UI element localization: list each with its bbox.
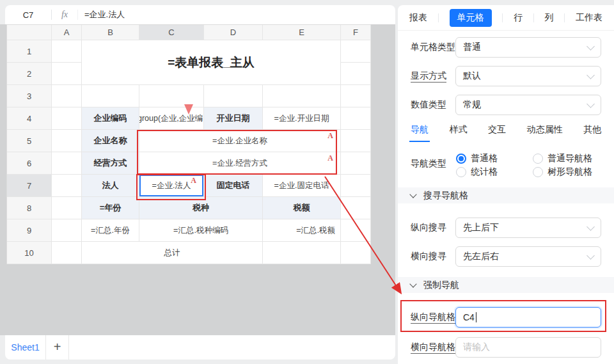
grid-cell-empty[interactable] xyxy=(139,85,204,107)
grid-cell-empty[interactable] xyxy=(341,40,371,63)
grid-cell-C7[interactable]: =企业.法人A xyxy=(139,175,204,197)
grid-cell-empty[interactable] xyxy=(263,242,341,264)
grid-cell-empty[interactable] xyxy=(52,107,82,130)
row-header-4[interactable]: 4 xyxy=(7,107,52,130)
field-vertical-nav-cell: 纵向导航格 C4 xyxy=(411,307,601,328)
row-header-3[interactable]: 3 xyxy=(7,85,52,107)
grid-cell-empty[interactable] xyxy=(341,85,371,107)
grid-cell-B6[interactable]: 经营方式 xyxy=(82,152,139,175)
section-force-nav[interactable]: 强制导航 xyxy=(398,277,614,293)
grid-cell-empty[interactable] xyxy=(204,85,263,107)
row-header-7[interactable]: 7 xyxy=(7,175,52,197)
row-header-2[interactable]: 2 xyxy=(7,63,52,85)
col-header-D[interactable]: D xyxy=(204,25,263,40)
cell-text: 经营方式 xyxy=(94,157,127,169)
grid-cell-empty[interactable] xyxy=(263,85,341,107)
field-number-type: 数值类型 常规 xyxy=(411,95,601,115)
subtab-dynamic-props[interactable]: 动态属性 xyxy=(527,124,563,136)
grid-cell-E8[interactable]: 税额 xyxy=(263,197,341,219)
grid-cell-empty[interactable] xyxy=(52,197,82,219)
cell-reference-box[interactable]: C7 xyxy=(5,10,51,20)
grid-cell-empty[interactable] xyxy=(341,107,371,130)
grid-cell-C8[interactable]: 税种 xyxy=(139,197,263,219)
formula-bar: C7 fx =企业.法人 xyxy=(5,5,395,24)
tab-column[interactable]: 列 xyxy=(545,12,554,24)
grid-corner[interactable] xyxy=(7,25,52,40)
cell-type-select[interactable]: 普通 xyxy=(455,37,601,58)
tab-cell[interactable]: 单元格 xyxy=(450,9,492,27)
row-header-9[interactable]: 9 xyxy=(7,219,52,242)
field-horizontal-search: 横向搜寻 先左后右 xyxy=(411,246,601,267)
col-header-A[interactable]: A xyxy=(52,25,82,40)
grid-cell-B5[interactable]: 企业名称 xyxy=(82,130,139,152)
grid-cell-empty[interactable] xyxy=(52,85,82,107)
chevron-down-icon xyxy=(586,223,595,231)
grid-cell-empty[interactable] xyxy=(341,152,371,175)
grid-cell-D4[interactable]: 开业日期 xyxy=(204,107,263,130)
grid-cell-empty[interactable] xyxy=(341,219,371,242)
grid-cell-D7[interactable]: 固定电话 xyxy=(204,175,263,197)
grid-cell-E4[interactable]: =企业.开业日期 xyxy=(263,107,341,130)
tab-report[interactable]: 报表 xyxy=(409,12,427,24)
row-header-5[interactable]: 5 xyxy=(7,130,52,152)
subtab-interaction[interactable]: 交互 xyxy=(488,124,506,136)
radio-normal-cell[interactable]: 普通格 xyxy=(456,153,533,164)
radio-tree-nav-cell[interactable]: 树形导航格 xyxy=(533,166,592,178)
grid-cell-empty[interactable] xyxy=(52,175,82,197)
display-mode-select[interactable]: 默认 xyxy=(455,66,601,86)
sub-tab-bar: 导航 样式 交互 动态属性 其他 xyxy=(411,122,601,138)
grid-cell-empty[interactable] xyxy=(52,219,82,242)
col-header-F[interactable]: F xyxy=(341,25,371,40)
radio-stat-cell[interactable]: 统计格 xyxy=(456,166,533,178)
formula-input[interactable]: =企业.法人 xyxy=(78,9,395,20)
input-value: C4 xyxy=(463,312,475,322)
grid-cell-empty[interactable] xyxy=(341,242,371,264)
row-header-10[interactable]: 10 xyxy=(7,242,52,264)
col-header-E[interactable]: E xyxy=(263,25,341,40)
grid-cell-empty[interactable] xyxy=(341,63,371,85)
subtab-other[interactable]: 其他 xyxy=(583,124,601,136)
grid-cell-empty[interactable] xyxy=(52,130,82,152)
add-sheet-button[interactable]: + xyxy=(46,335,69,360)
grid-cell-B10[interactable]: 总计 xyxy=(82,242,263,264)
grid-cell-B8[interactable]: =年份 xyxy=(82,197,139,219)
subtab-navigation[interactable]: 导航 xyxy=(411,124,429,136)
grid-cell-empty[interactable] xyxy=(52,152,82,175)
grid-cell-empty[interactable] xyxy=(341,175,371,197)
vertical-search-select[interactable]: 先上后下 xyxy=(455,218,601,238)
grid-cell-E9[interactable]: =汇总.税额 xyxy=(263,219,341,242)
radio-normal-nav-cell[interactable]: 普通导航格 xyxy=(533,153,592,164)
grid-cell-empty[interactable] xyxy=(52,242,82,264)
tab-worksheet[interactable]: 工作表 xyxy=(576,12,602,24)
grid-cell-empty[interactable] xyxy=(52,40,82,63)
grid-cell-C5[interactable]: =企业.企业名称A xyxy=(139,130,341,152)
grid-cell-B9[interactable]: =汇总.年份 xyxy=(82,219,139,242)
grid-cell-empty[interactable] xyxy=(341,130,371,152)
grid-cell-C4[interactable]: group(企业,企业编 xyxy=(139,107,204,130)
section-search-nav-cell[interactable]: 搜寻导航格 xyxy=(398,187,614,203)
row-header-6[interactable]: 6 xyxy=(7,152,52,175)
horizontal-nav-cell-input[interactable]: 请输入 xyxy=(455,337,601,358)
grid-cell-B1[interactable]: =表单报表_主从 xyxy=(82,40,341,85)
grid-cell-B4[interactable]: 企业编码 xyxy=(82,107,139,130)
row-header-1[interactable]: 1 xyxy=(7,40,52,63)
grid-cell-empty[interactable] xyxy=(52,63,82,85)
tab-row[interactable]: 行 xyxy=(514,12,523,24)
divider xyxy=(533,13,534,22)
select-value: 默认 xyxy=(463,70,481,82)
grid-cell-C9[interactable]: =汇总.税种编码 xyxy=(139,219,263,242)
sheet-tab-bar: Sheet1 + xyxy=(5,335,395,360)
number-type-select[interactable]: 常规 xyxy=(455,95,601,115)
grid-cell-B7[interactable]: 法人 xyxy=(82,175,139,197)
row-header-8[interactable]: 8 xyxy=(7,197,52,219)
grid-cell-E7[interactable]: =企业.固定电话 xyxy=(263,175,341,197)
grid-cell-C6[interactable]: =企业.经营方式A xyxy=(139,152,341,175)
horizontal-search-select[interactable]: 先左后右 xyxy=(455,246,601,267)
col-header-B[interactable]: B xyxy=(82,25,139,40)
grid-cell-empty[interactable] xyxy=(341,197,371,219)
subtab-style[interactable]: 样式 xyxy=(450,124,468,136)
grid-cell-empty[interactable] xyxy=(82,85,139,107)
col-header-C[interactable]: C xyxy=(139,25,204,40)
vertical-nav-cell-input[interactable]: C4 xyxy=(455,307,601,328)
sheet-tab-sheet1[interactable]: Sheet1 xyxy=(5,335,46,360)
